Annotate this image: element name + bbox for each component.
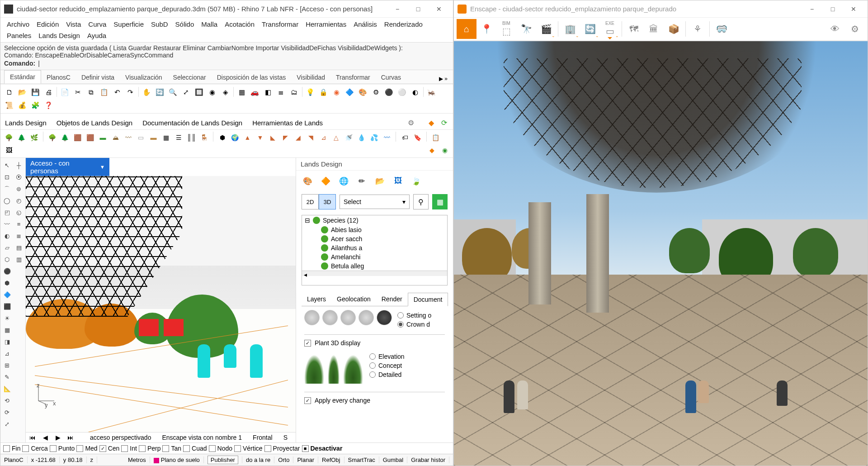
plant-thumb[interactable] (304, 310, 320, 325)
forest2-icon[interactable]: 🟫 (85, 132, 96, 143)
tab-definir-vista[interactable]: Definir vista (76, 71, 120, 84)
tab-curvas[interactable]: Curvas (376, 71, 406, 84)
tool-icon[interactable]: ✎ (1, 371, 13, 383)
osnap-int[interactable]: Int (121, 445, 137, 452)
view-2d-button[interactable]: 2D (302, 194, 319, 209)
view-tab[interactable]: S (283, 434, 288, 441)
zone-icon[interactable]: ⬢ (217, 132, 228, 143)
tool-icon[interactable]: ◨ (1, 336, 13, 347)
first-view-button[interactable]: ⏮ (28, 434, 37, 441)
tab-visibilidad[interactable]: Visibilidad (291, 71, 330, 84)
refresh-icon[interactable]: ⟳ (439, 118, 449, 128)
tool-icon[interactable]: ⚫ (1, 266, 13, 277)
photo-icon[interactable]: 🖼 (3, 144, 14, 156)
elevation-radio[interactable] (369, 353, 376, 360)
vray-icon[interactable]: ◉ (439, 144, 450, 156)
furniture-icon[interactable]: 🪑 (198, 132, 210, 143)
sphere2-icon[interactable]: ⚪ (396, 86, 408, 98)
zoom-selected-icon[interactable]: ◉ (206, 86, 218, 98)
open-icon[interactable]: 📂 (16, 86, 28, 98)
sphere3-icon[interactable]: ◐ (409, 86, 421, 98)
divide-icon[interactable]: ◣ (267, 132, 278, 143)
lands-tab[interactable]: Lands Design (4, 116, 47, 129)
osnap-cerca[interactable]: Cerca (22, 445, 47, 452)
car-icon[interactable]: 🚗 (249, 86, 261, 98)
tag-icon[interactable]: 🔖 (412, 132, 423, 143)
zoom-window-icon[interactable]: 🔲 (193, 86, 205, 98)
osnap-desactivar[interactable]: ■Desactivar (302, 445, 343, 452)
maximize-button[interactable]: □ (822, 2, 843, 16)
redo-icon[interactable]: ↷ (124, 86, 137, 98)
view-tab[interactable]: Enscape vista con nombre 1 (162, 434, 242, 441)
setting-radio[interactable] (397, 312, 404, 319)
wall-icon[interactable]: ▬ (148, 132, 159, 143)
home-icon[interactable]: ⌂ (457, 19, 476, 39)
tool-icon[interactable]: ⊞ (1, 360, 13, 371)
status-publisher[interactable]: Publisher (204, 456, 242, 463)
copy-icon[interactable]: ⧉ (85, 86, 97, 98)
named-views-icon[interactable]: ◈ (219, 86, 231, 98)
grasshopper-icon[interactable]: 🦗 (425, 86, 438, 98)
tool-icon[interactable]: ◵ (13, 207, 24, 218)
osnap-vértice[interactable]: Vértice (234, 445, 263, 452)
concept-radio[interactable] (369, 362, 376, 369)
cut-icon[interactable]: ✂ (72, 86, 84, 98)
enscape-viewport[interactable] (454, 41, 868, 466)
close-button[interactable]: ✕ (843, 2, 864, 16)
tool-icon[interactable]: ⌒ (1, 183, 13, 195)
menu-transformar[interactable]: Transformar (258, 19, 302, 30)
tabs-overflow[interactable]: ▶ » (437, 74, 449, 84)
enscape-sync-icon[interactable]: ◆ (426, 118, 437, 128)
paste-icon[interactable]: 📋 (98, 86, 110, 98)
earth-icon[interactable]: 🌍 (229, 132, 241, 143)
irrigation-icon[interactable]: 💧 (356, 132, 367, 143)
tool-icon[interactable]: ◴ (13, 195, 24, 206)
zoom-extents-icon[interactable]: ⤢ (180, 86, 192, 98)
plant-3d-checkbox[interactable]: ✓ (304, 340, 311, 347)
plant-thumb[interactable] (322, 310, 338, 325)
species-item[interactable]: Amelanchi (302, 252, 447, 262)
detailed-radio[interactable] (369, 371, 376, 378)
tab-transformar[interactable]: Transformar (330, 71, 376, 84)
building-icon[interactable]: 🏢 (560, 19, 580, 39)
osnap-nodo[interactable]: Nodo (209, 445, 232, 452)
tool-icon[interactable]: 📐 (1, 383, 13, 395)
menu-herramientas[interactable]: Herramientas (302, 19, 350, 30)
pipe-icon[interactable]: 💦 (368, 132, 380, 143)
contour-icon[interactable]: 〰 (123, 132, 134, 143)
status-units[interactable]: Metros (124, 456, 150, 463)
doc-tab-geolocation[interactable]: Geolocation (331, 293, 376, 306)
plugin-icon[interactable]: 🧩 (29, 99, 42, 111)
path2-icon[interactable]: ◥ (305, 132, 316, 143)
terrain-icon[interactable]: ⛰ (110, 132, 121, 143)
color-wheel-icon[interactable]: 🎨 (357, 86, 369, 98)
tool-icon[interactable]: ↖ (1, 160, 13, 171)
path-icon[interactable]: ▭ (135, 132, 146, 143)
tab-disposición-de-las-vistas[interactable]: Disposición de las vistas (212, 71, 292, 84)
tool-icon[interactable]: ◯ (1, 195, 13, 206)
doc-tab-document[interactable]: Document (408, 293, 448, 306)
status-rest[interactable]: do a la re (242, 456, 274, 463)
picture-icon[interactable]: 🖼 (392, 175, 404, 187)
wings-icon[interactable]: ⚘ (688, 19, 708, 39)
tool-icon[interactable]: ◰ (1, 207, 13, 218)
species-tree[interactable]: ⊟ Species (12) Abies lasioAcer sacchAila… (302, 215, 448, 285)
filter-button[interactable]: ⚲ (413, 194, 429, 209)
tool-icon[interactable]: ≡ (13, 219, 24, 230)
menu-sólido[interactable]: Sólido (172, 19, 198, 30)
new-icon[interactable]: 🗋 (3, 86, 15, 98)
view-tab[interactable]: Frontal (253, 434, 273, 441)
crown-radio[interactable] (397, 321, 404, 328)
status-toggle-gumbal[interactable]: Gumbal (379, 456, 408, 463)
menu-ayuda[interactable]: Ayuda (84, 30, 110, 41)
folder-icon[interactable]: 📂 (374, 175, 386, 187)
osnap-punto[interactable]: Punto (50, 445, 75, 452)
tool-icon[interactable]: ≣ (13, 230, 24, 242)
tool-icon[interactable]: ⤢ (1, 418, 13, 430)
tool-icon[interactable]: ◐ (1, 230, 13, 242)
lands-tab[interactable]: Herramientas de Lands (251, 116, 324, 129)
plant-thumb[interactable] (340, 310, 356, 325)
doc-tab-layers[interactable]: Layers (302, 293, 331, 306)
leaf-icon[interactable]: 🍃 (410, 175, 422, 187)
pan-icon[interactable]: ✋ (141, 86, 153, 98)
